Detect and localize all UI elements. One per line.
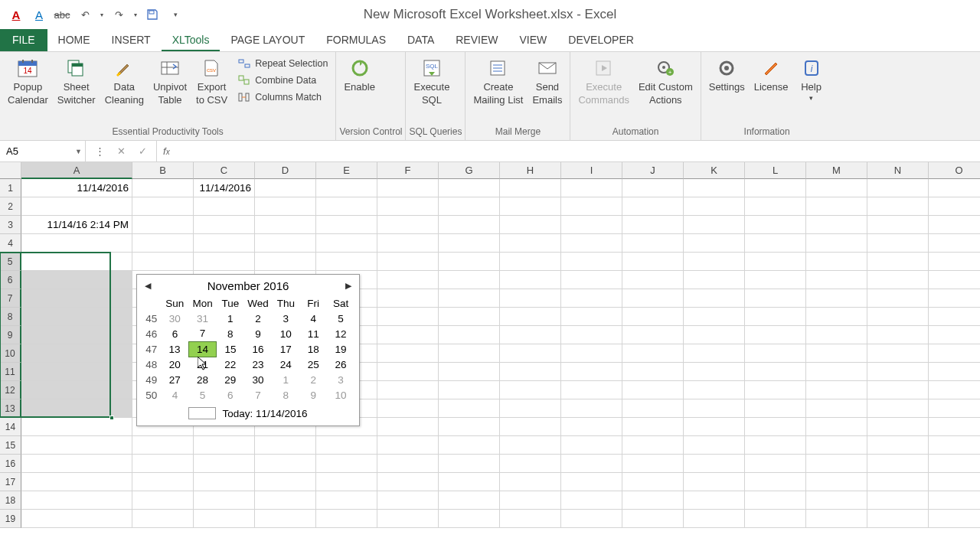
combine-data-button[interactable]: Combine Data [232,72,332,89]
cell-G1[interactable] [439,179,500,197]
cell-K2[interactable] [684,197,745,216]
cal-day-7[interactable]: 7 [188,326,216,341]
cal-day-13[interactable]: 13 [161,341,188,357]
cal-day-4[interactable]: 4 [299,311,327,326]
cell-E1[interactable] [316,179,377,197]
cell-M11[interactable] [806,363,867,381]
cell-O5[interactable] [929,253,980,271]
cal-day-8[interactable]: 8 [272,387,299,403]
cell-J15[interactable] [622,436,684,455]
cell-N19[interactable] [867,510,929,528]
cell-A7[interactable] [21,289,132,308]
cell-J9[interactable] [622,326,684,344]
cell-B3[interactable] [132,216,194,234]
enable-vc-button[interactable]: Enable [339,54,379,120]
cal-day-22[interactable]: 22 [217,357,244,372]
undo-dropdown-icon[interactable]: ▾ [98,5,106,24]
row-header-1[interactable]: 1 [0,179,21,197]
cell-G3[interactable] [439,216,500,234]
cell-N8[interactable] [867,308,929,326]
cell-G13[interactable] [439,399,500,418]
cell-G8[interactable] [439,308,500,326]
cell-F5[interactable] [377,253,439,271]
repeat-selection-button[interactable]: Repeat Selection [232,55,332,72]
cal-day-5[interactable]: 5 [327,311,354,326]
cell-N9[interactable] [867,326,929,344]
cell-A1[interactable]: 11/14/2016 [21,179,132,197]
cell-C3[interactable] [194,216,255,234]
cell-K18[interactable] [684,491,745,510]
cell-H3[interactable] [500,216,561,234]
row-header-14[interactable]: 14 [0,418,21,436]
cell-F15[interactable] [377,436,439,455]
cell-M1[interactable] [806,179,867,197]
cell-K7[interactable] [684,289,745,308]
cal-day-15[interactable]: 15 [217,341,244,357]
tab-home[interactable]: HOME [47,29,101,51]
cell-I12[interactable] [561,381,622,399]
fill-handle[interactable] [109,416,114,420]
cell-L5[interactable] [745,253,806,271]
cell-J13[interactable] [622,399,684,418]
name-box[interactable]: A5 ▼ [0,141,86,161]
cal-day-21[interactable]: 21 [188,357,216,372]
cell-G18[interactable] [439,491,500,510]
create-mailing-list-button[interactable]: CreateMailing List [469,54,528,107]
row-header-3[interactable]: 3 [0,216,21,234]
cell-J8[interactable] [622,308,684,326]
cal-day-1[interactable]: 1 [217,311,244,326]
cell-K16[interactable] [684,455,745,473]
cell-L12[interactable] [745,381,806,399]
cell-M9[interactable] [806,326,867,344]
cell-N16[interactable] [867,455,929,473]
cell-H8[interactable] [500,308,561,326]
cell-K3[interactable] [684,216,745,234]
cell-F16[interactable] [377,455,439,473]
popup-calendar-button[interactable]: 14 PopupCalendar [3,54,53,107]
enter-icon[interactable]: ✓ [132,145,153,157]
calendar-month-label[interactable]: November 2016 [207,279,289,292]
cell-L3[interactable] [745,216,806,234]
cell-O2[interactable] [929,197,980,216]
cell-J12[interactable] [622,381,684,399]
cell-H2[interactable] [500,197,561,216]
select-all-corner[interactable] [0,162,21,179]
cell-O16[interactable] [929,455,980,473]
row-header-16[interactable]: 16 [0,455,21,473]
cell-B18[interactable] [132,491,194,510]
cell-O15[interactable] [929,436,980,455]
cell-O10[interactable] [929,344,980,363]
cell-L14[interactable] [745,418,806,436]
col-header-B[interactable]: B [132,162,194,179]
cal-day-2[interactable]: 2 [244,311,272,326]
cell-F7[interactable] [377,289,439,308]
chevron-down-icon[interactable]: ▼ [75,148,82,155]
cell-J17[interactable] [622,473,684,491]
row-header-8[interactable]: 8 [0,308,21,326]
col-header-N[interactable]: N [867,162,929,179]
cell-L8[interactable] [745,308,806,326]
cell-K14[interactable] [684,418,745,436]
row-header-11[interactable]: 11 [0,363,21,381]
settings-button[interactable]: Settings [704,54,750,120]
cell-A2[interactable] [21,197,132,216]
cell-A5[interactable] [21,253,132,271]
cell-A10[interactable] [21,344,132,363]
row-header-17[interactable]: 17 [0,473,21,491]
cell-G17[interactable] [439,473,500,491]
cal-day-16[interactable]: 16 [244,341,272,357]
cell-M18[interactable] [806,491,867,510]
cell-K5[interactable] [684,253,745,271]
cal-day-30[interactable]: 30 [244,372,272,387]
row-header-13[interactable]: 13 [0,399,21,418]
cell-M12[interactable] [806,381,867,399]
cell-H10[interactable] [500,344,561,363]
cell-O19[interactable] [929,510,980,528]
cal-day-5[interactable]: 5 [188,387,216,403]
cell-J1[interactable] [622,179,684,197]
edit-custom-actions-button[interactable]: + Edit CustomActions [634,54,697,107]
col-header-A[interactable]: A [21,162,132,179]
tab-xltools[interactable]: XLTools [162,29,220,51]
row-header-15[interactable]: 15 [0,436,21,455]
cell-J19[interactable] [622,510,684,528]
